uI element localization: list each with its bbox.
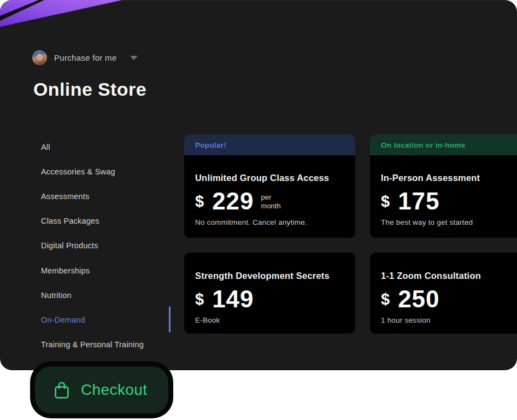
product-description: 1 hour session: [381, 316, 517, 324]
product-card-1-1-zoom-consultation[interactable]: 1-1 Zoom Consultation$2501 hour session: [370, 253, 517, 334]
sidebar-item-digital-products[interactable]: Digital Products: [41, 234, 167, 258]
product-price: $175: [381, 189, 517, 213]
currency-symbol: $: [195, 194, 204, 209]
sidebar-item-assessments[interactable]: Assessments: [41, 184, 167, 208]
product-card-in-person-assessment[interactable]: On location or in-homeIn-Person Assessme…: [370, 135, 517, 238]
currency-symbol: $: [195, 291, 204, 307]
product-badge: Popular!: [184, 135, 355, 155]
active-category-indicator: [169, 306, 171, 332]
purchase-for-selector[interactable]: Purchase for me: [32, 50, 138, 65]
product-card-body: Strength Development Secrets$149E-Book: [184, 253, 355, 324]
product-badge: On location or in-home: [370, 135, 517, 155]
sidebar-item-class-packages[interactable]: Class Packages: [41, 209, 167, 234]
product-card-body: 1-1 Zoom Consultation$2501 hour session: [370, 253, 517, 324]
product-price: $229permonth: [195, 189, 344, 213]
currency-symbol: $: [381, 291, 390, 307]
product-description: No commitment. Cancel anytime.: [195, 218, 344, 226]
product-title: 1-1 Zoom Consultation: [381, 271, 517, 281]
sidebar-item-nutrition[interactable]: Nutrition: [41, 283, 167, 307]
sidebar-item-memberships[interactable]: Memberships: [41, 258, 167, 283]
price-amount: 175: [398, 189, 439, 213]
checkout-button[interactable]: Checkout: [35, 366, 168, 413]
purchase-for-label: Purchase for me: [54, 53, 117, 62]
product-grid: Popular!Unlimited Group Class Access$229…: [184, 135, 517, 334]
price-amount: 149: [212, 287, 254, 311]
avatar: [32, 50, 47, 65]
product-card-unlimited-group-class-access[interactable]: Popular!Unlimited Group Class Access$229…: [184, 135, 355, 238]
product-description: E-Book: [195, 316, 344, 324]
price-amount: 250: [398, 287, 439, 311]
sidebar-item-on-demand[interactable]: On-Demand: [41, 307, 167, 332]
product-card-body: In-Person Assessment$175The best way to …: [370, 155, 517, 226]
product-title: Unlimited Group Class Access: [195, 173, 344, 183]
purple-swoosh-decoration: [0, 0, 131, 28]
sidebar-item-accessories-swag[interactable]: Accessories & Swag: [41, 159, 167, 184]
category-sidebar: AllAccessories & SwagAssessmentsClass Pa…: [41, 135, 167, 357]
price-amount: 229: [212, 189, 254, 213]
page-title: Online Store: [33, 79, 146, 100]
product-title: Strength Development Secrets: [195, 271, 344, 281]
product-description: The best way to get started: [381, 218, 517, 226]
product-card-body: Unlimited Group Class Access$229permonth…: [184, 155, 355, 226]
chevron-down-icon: [130, 56, 138, 60]
sidebar-item-all[interactable]: All: [41, 135, 167, 159]
checkout-button-outline: Checkout: [30, 361, 173, 418]
price-period: permonth: [261, 193, 281, 210]
checkout-label: Checkout: [81, 381, 148, 399]
online-store-panel: Purchase for me Online Store AllAccessor…: [0, 0, 517, 370]
product-title: In-Person Assessment: [381, 173, 517, 183]
product-price: $250: [381, 287, 517, 311]
currency-symbol: $: [381, 194, 390, 209]
product-price: $149: [195, 287, 344, 311]
product-card-strength-development-secrets[interactable]: Strength Development Secrets$149E-Book: [184, 253, 355, 334]
shopping-bag-icon: [53, 381, 70, 400]
sidebar-item-training-personal-training[interactable]: Training & Personal Training: [41, 332, 167, 357]
